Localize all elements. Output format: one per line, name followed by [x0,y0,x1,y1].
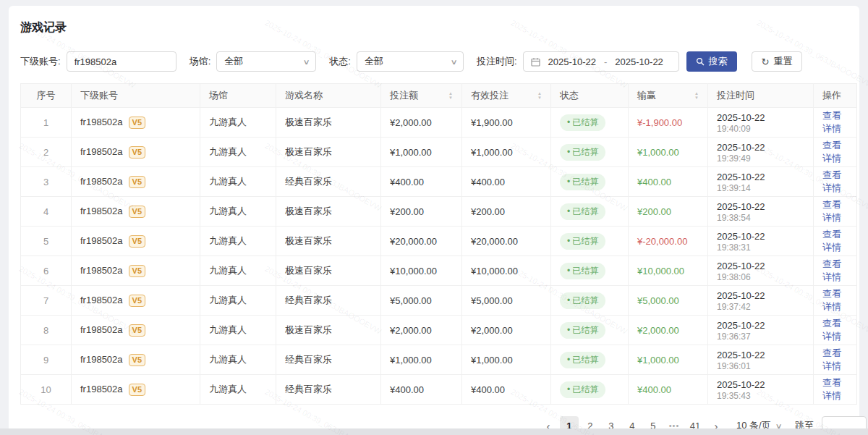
winloss-value: ¥5,000.00 [637,295,679,306]
table-body: 1 fr198502aV5 九游真人 极速百家乐 ¥2,000.00 ¥1,90… [21,108,857,405]
status-badge: 已结算 [560,292,605,309]
bet-amount-value: ¥400.00 [390,177,424,187]
bet-date: 2025-10-22 [717,379,804,391]
records-table: 序号下级账号场馆游戏名称投注额▲▼有效投注▲▼状态输赢▲▼投注时间操作 1 fr… [20,83,857,405]
status-select[interactable]: 全部 ∨ [357,51,464,72]
status-text: 已结算 [572,324,598,337]
bet-amount-value: ¥2,000.00 [390,325,432,336]
column-header-1: 下级账号 [72,84,200,108]
venue-value: 九游真人 [209,324,247,335]
valid-bet-value: ¥1,900.00 [471,117,513,128]
sort-icon[interactable]: ▲▼ [537,92,542,100]
bet-time: 19:39:14 [717,183,804,193]
valid-bet-value: ¥20,000.00 [471,236,518,247]
column-header-label: 有效投注 [471,89,509,102]
column-header-0: 序号 [21,84,72,108]
row-index: 6 [43,266,48,276]
game-records-card: 游戏记录 下级账号: 场馆: 全部 ∨ 状态: 全部 ∨ 投注时间: 2025-… [9,6,859,435]
column-header-7[interactable]: 输赢▲▼ [629,84,708,108]
account-input[interactable] [67,51,176,72]
view-details-link[interactable]: 查看详情 [822,229,841,253]
account-value: fr198502a [80,117,123,127]
table-row: 10 fr198502aV5 九游真人 经典百家乐 ¥400.00 ¥400.0… [21,375,857,405]
chevron-down-icon: ∨ [302,58,310,66]
bet-time: 19:36:37 [717,331,804,342]
bet-amount-value: ¥1,000.00 [390,355,432,366]
bet-amount-value: ¥5,000.00 [390,295,432,306]
bet-date: 2025-10-22 [717,200,804,213]
winloss-value: ¥2,000.00 [637,325,679,336]
date-separator: - [604,56,607,67]
bet-amount-value: ¥10,000.00 [390,266,437,276]
reset-icon: ↻ [762,57,770,67]
sort-icon[interactable]: ▲▼ [694,92,699,100]
valid-bet-value: ¥5,000.00 [471,295,513,306]
column-header-4[interactable]: 投注额▲▼ [381,84,462,108]
sort-icon[interactable]: ▲▼ [448,92,453,100]
calendar-icon [531,57,540,67]
row-index: 9 [43,355,48,366]
table-row: 6 fr198502aV5 九游真人 极速百家乐 ¥10,000.00 ¥10,… [21,256,857,286]
game-name-value: 经典百家乐 [285,354,332,365]
view-details-link[interactable]: 查看详情 [822,347,841,371]
game-name-value: 极速百家乐 [285,146,332,157]
venue-select[interactable]: 全部 ∨ [216,51,316,72]
vip-level-badge: V5 [129,265,145,277]
status-text: 已结算 [572,265,598,277]
bet-date: 2025-10-22 [717,319,804,331]
column-header-3: 游戏名称 [276,84,381,108]
winloss-value: ¥200.00 [637,206,671,217]
bet-amount-value: ¥1,000.00 [390,147,432,158]
game-name-value: 极速百家乐 [285,324,332,335]
bet-amount-value: ¥400.00 [390,384,424,395]
column-header-2: 场馆 [200,84,276,108]
date-end-value: 2025-10-22 [615,56,663,67]
table-row: 4 fr198502aV5 九游真人 极速百家乐 ¥200.00 ¥200.00… [21,197,857,227]
view-details-link[interactable]: 查看详情 [822,140,841,164]
column-header-label: 状态 [560,89,579,102]
search-icon [696,57,705,66]
bet-amount-value: ¥2,000.00 [390,117,432,128]
view-details-link[interactable]: 查看详情 [822,110,841,134]
column-header-5[interactable]: 有效投注▲▼ [462,84,551,108]
column-header-9: 操作 [814,84,857,108]
view-details-link[interactable]: 查看详情 [822,199,841,223]
bet-date: 2025-10-22 [717,171,804,183]
winloss-value: ¥400.00 [637,177,671,187]
view-details-link[interactable]: 查看详情 [822,169,841,193]
vip-level-badge: V5 [129,117,145,129]
valid-bet-value: ¥400.00 [471,177,505,187]
winloss-value: ¥400.00 [637,384,671,395]
vip-level-badge: V5 [129,354,145,366]
row-index: 10 [41,384,51,395]
view-details-link[interactable]: 查看详情 [822,318,841,342]
venue-value: 九游真人 [209,354,247,365]
status-select-value: 全部 [365,55,383,68]
row-index: 2 [43,147,48,158]
bet-date: 2025-10-22 [717,349,804,361]
venue-value: 九游真人 [209,265,247,276]
venue-value: 九游真人 [209,176,247,187]
view-details-link[interactable]: 查看详情 [822,377,841,401]
venue-value: 九游真人 [209,206,247,216]
bottom-edge-strip [0,428,868,435]
date-range-picker[interactable]: 2025-10-22 - 2025-10-22 [523,51,679,72]
status-badge: 已结算 [560,233,605,250]
venue-value: 九游真人 [209,235,247,246]
row-index: 4 [43,206,48,217]
column-header-label: 序号 [37,89,56,102]
bet-time: 19:38:54 [717,213,804,223]
status-badge: 已结算 [560,381,605,398]
game-name-value: 经典百家乐 [285,384,332,394]
view-details-link[interactable]: 查看详情 [822,258,841,282]
vip-level-badge: V5 [129,384,145,396]
venue-select-value: 全部 [224,55,243,68]
column-header-label: 投注额 [390,89,418,102]
table-row: 5 fr198502aV5 九游真人 极速百家乐 ¥20,000.00 ¥20,… [21,227,857,256]
winloss-value: ¥1,000.00 [637,147,679,158]
valid-bet-value: ¥1,000.00 [471,147,513,158]
search-button[interactable]: 搜索 [686,51,737,72]
view-details-link[interactable]: 查看详情 [822,288,841,312]
table-header-row: 序号下级账号场馆游戏名称投注额▲▼有效投注▲▼状态输赢▲▼投注时间操作 [21,84,857,108]
reset-button[interactable]: ↻ 重置 [752,51,803,72]
